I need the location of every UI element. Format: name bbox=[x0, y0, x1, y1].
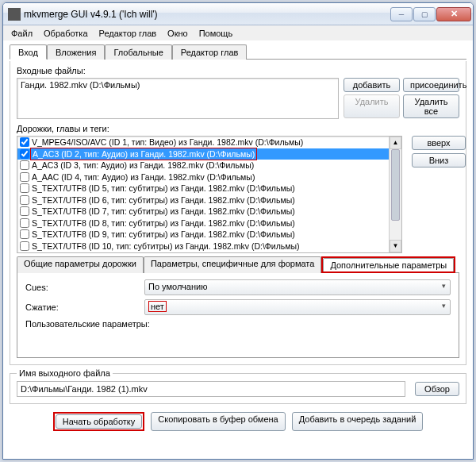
track-item[interactable]: S_TEXT/UTF8 (ID 11, тип: субтитры) из Га… bbox=[17, 252, 389, 253]
track-label: S_TEXT/UTF8 (ID 11, тип: субтитры) из Га… bbox=[32, 252, 300, 253]
track-label: S_TEXT/UTF8 (ID 7, тип: субтитры) из Ган… bbox=[32, 206, 295, 218]
tab-global[interactable]: Глобальные bbox=[105, 44, 171, 60]
cues-dropdown[interactable]: По умолчанию bbox=[144, 279, 451, 295]
move-up-button[interactable]: вверх bbox=[412, 136, 466, 150]
track-label: S_TEXT/UTF8 (ID 8, тип: субтитры) из Ган… bbox=[32, 218, 295, 229]
tracks-scrollbar[interactable]: ▲ ▼ bbox=[389, 137, 401, 252]
menu-chapter-editor[interactable]: Редактор глав bbox=[94, 27, 162, 40]
subtab-general[interactable]: Общие параметры дорожки bbox=[17, 256, 144, 273]
track-label: V_MPEG4/ISO/AVC (ID 1, тип: Видео) из Га… bbox=[32, 137, 303, 148]
add-button[interactable]: добавить bbox=[344, 78, 400, 92]
add-to-queue-button[interactable]: Добавить в очередь заданий bbox=[292, 412, 424, 431]
main-tabs: Вход Вложения Глобальные Редактор глав bbox=[10, 44, 466, 60]
track-label: S_TEXT/UTF8 (ID 9, тип: субтитры) из Ган… bbox=[32, 229, 295, 241]
track-label: S_TEXT/UTF8 (ID 6, тип: субтитры) из Ган… bbox=[32, 194, 295, 206]
track-item[interactable]: S_TEXT/UTF8 (ID 6, тип: субтитры) из Ган… bbox=[17, 194, 389, 206]
track-label: A_AC3 (ID 2, тип: Аудио) из Ганди. 1982.… bbox=[30, 148, 257, 161]
app-window: mkvmerge GUI v4.9.1 ('Ich will') ─ ▢ ✕ Ф… bbox=[2, 2, 474, 460]
track-checkbox[interactable] bbox=[20, 241, 29, 251]
compression-label: Сжатие: bbox=[25, 302, 144, 312]
menu-processing[interactable]: Обработка bbox=[39, 27, 92, 40]
window-title: mkvmerge GUI v4.9.1 ('Ich will') bbox=[24, 9, 390, 20]
bottom-buttons: Начать обработку Скопировать в буфер обм… bbox=[10, 407, 466, 433]
remove-all-button[interactable]: Удалить все bbox=[403, 94, 459, 118]
minimize-button[interactable]: ─ bbox=[390, 7, 413, 21]
menubar: Файл Обработка Редактор глав Окно Помощь bbox=[3, 25, 473, 40]
track-label: A_AC3 (ID 3, тип: Аудио) из Ганди. 1982.… bbox=[32, 160, 254, 171]
track-checkbox[interactable] bbox=[20, 183, 29, 193]
move-down-button[interactable]: Вниз bbox=[412, 153, 466, 167]
output-group: Имя выходного файла Обзор bbox=[10, 368, 466, 404]
copy-clipboard-button[interactable]: Скопировать в буфер обмена bbox=[151, 412, 285, 431]
scroll-thumb[interactable] bbox=[391, 149, 400, 221]
subtab-extra[interactable]: Дополнительные параметры bbox=[323, 258, 454, 271]
extra-params-panel: Cues: По умолчанию Сжатие: нет Пользоват… bbox=[17, 272, 459, 358]
user-params-label: Пользовательские параметры: bbox=[25, 319, 150, 329]
scroll-up-icon[interactable]: ▲ bbox=[390, 137, 401, 149]
tab-chapter-editor[interactable]: Редактор глав bbox=[172, 44, 248, 60]
compression-dropdown[interactable]: нет bbox=[144, 299, 451, 315]
input-files-label: Входные файлы: bbox=[17, 66, 459, 75]
track-checkbox[interactable] bbox=[20, 172, 29, 182]
tracks-label: Дорожки, главы и теги: bbox=[17, 124, 459, 133]
output-label: Имя выходного файла bbox=[17, 368, 113, 378]
titlebar: mkvmerge GUI v4.9.1 ('Ich will') ─ ▢ ✕ bbox=[3, 3, 473, 25]
track-label: A_AAC (ID 4, тип: Аудио) из Ганди. 1982.… bbox=[32, 171, 255, 183]
client-area: Вход Вложения Глобальные Редактор глав В… bbox=[3, 40, 473, 437]
track-checkbox[interactable] bbox=[20, 218, 29, 228]
track-item[interactable]: V_MPEG4/ISO/AVC (ID 1, тип: Видео) из Га… bbox=[17, 137, 389, 148]
start-button[interactable]: Начать обработку bbox=[56, 414, 143, 429]
track-label: S_TEXT/UTF8 (ID 10, тип: субтитры) из Га… bbox=[32, 241, 300, 252]
track-checkbox[interactable] bbox=[20, 195, 29, 205]
track-checkbox[interactable] bbox=[20, 137, 29, 147]
subtab-format[interactable]: Параметры, специфичные для формата bbox=[144, 256, 321, 273]
track-checkbox[interactable] bbox=[20, 252, 29, 253]
output-path-input[interactable] bbox=[17, 381, 405, 397]
window-controls: ─ ▢ ✕ bbox=[390, 7, 471, 21]
track-checkbox[interactable] bbox=[20, 206, 29, 216]
tracks-list[interactable]: V_MPEG4/ISO/AVC (ID 1, тип: Видео) из Га… bbox=[17, 136, 402, 253]
track-item[interactable]: S_TEXT/UTF8 (ID 9, тип: субтитры) из Ган… bbox=[17, 229, 389, 241]
menu-window[interactable]: Окно bbox=[163, 27, 193, 40]
append-button[interactable]: присоединить bbox=[403, 78, 459, 92]
track-subtabs: Общие параметры дорожки Параметры, специ… bbox=[17, 256, 459, 273]
track-item[interactable]: A_AC3 (ID 2, тип: Аудио) из Ганди. 1982.… bbox=[17, 148, 389, 160]
track-item[interactable]: A_AAC (ID 4, тип: Аудио) из Ганди. 1982.… bbox=[17, 171, 389, 183]
input-tab-panel: Входные файлы: Ганди. 1982.mkv (D:\Фильм… bbox=[10, 61, 466, 365]
track-label: S_TEXT/UTF8 (ID 5, тип: субтитры) из Ган… bbox=[32, 183, 295, 194]
track-checkbox[interactable] bbox=[20, 229, 29, 239]
browse-button[interactable]: Обзор bbox=[415, 382, 459, 396]
maximize-button[interactable]: ▢ bbox=[413, 7, 436, 21]
scroll-down-icon[interactable]: ▼ bbox=[390, 240, 401, 252]
cues-label: Cues: bbox=[25, 283, 144, 292]
menu-file[interactable]: Файл bbox=[6, 27, 37, 40]
tab-input[interactable]: Вход bbox=[10, 44, 47, 60]
input-files-list[interactable]: Ганди. 1982.mkv (D:\Фильмы) bbox=[17, 78, 339, 119]
app-icon bbox=[8, 8, 21, 21]
track-item[interactable]: S_TEXT/UTF8 (ID 7, тип: субтитры) из Ган… bbox=[17, 206, 389, 218]
track-item[interactable]: A_AC3 (ID 3, тип: Аудио) из Ганди. 1982.… bbox=[17, 160, 389, 171]
track-checkbox[interactable] bbox=[20, 160, 29, 170]
menu-help[interactable]: Помощь bbox=[194, 27, 238, 40]
track-item[interactable]: S_TEXT/UTF8 (ID 10, тип: субтитры) из Га… bbox=[17, 241, 389, 252]
track-checkbox[interactable] bbox=[20, 149, 29, 159]
track-item[interactable]: S_TEXT/UTF8 (ID 8, тип: субтитры) из Ган… bbox=[17, 218, 389, 229]
track-item[interactable]: S_TEXT/UTF8 (ID 5, тип: субтитры) из Ган… bbox=[17, 183, 389, 194]
close-button[interactable]: ✕ bbox=[436, 7, 471, 21]
tab-attachments[interactable]: Вложения bbox=[47, 44, 106, 60]
remove-button[interactable]: Удалить bbox=[344, 94, 400, 118]
